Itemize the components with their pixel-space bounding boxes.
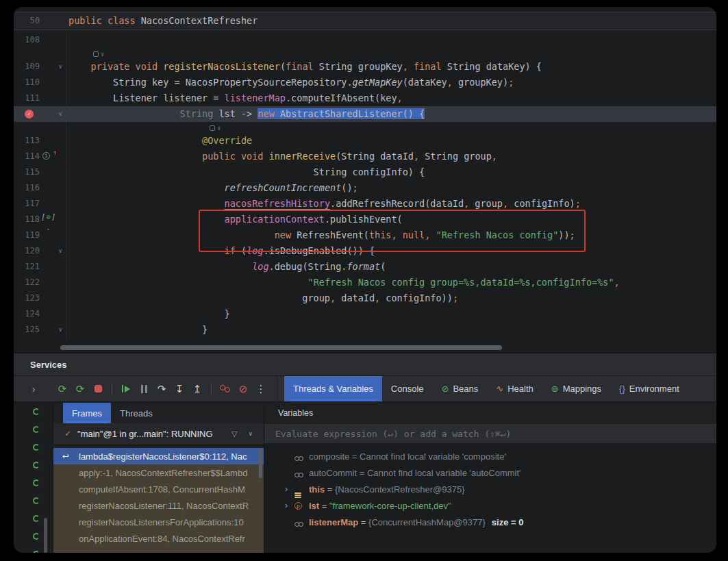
tab-health[interactable]: ∿Health	[487, 376, 542, 401]
sticky-class-header[interactable]: 50public class NacosContextRefresher	[14, 12, 716, 30]
line-number[interactable]: 123	[14, 290, 40, 306]
stack-frame-row[interactable]: ↩lambda$registerNacosListener$0:112, Nac	[53, 448, 264, 464]
line-number[interactable]: 115	[14, 164, 40, 180]
service-node-icon[interactable]	[33, 426, 40, 433]
stack-frame-row[interactable]: onApplicationEvent:84, NacosContextRefr	[53, 530, 264, 547]
code-token: ,	[330, 292, 336, 303]
code-text[interactable]: public void innerReceive(String dataId, …	[66, 149, 497, 164]
code-text[interactable]: String configInfo) {	[66, 164, 425, 180]
code-text[interactable]: group, dataId, configInfo));	[66, 290, 458, 306]
line-number[interactable]: 113	[14, 133, 40, 149]
code-text[interactable]: String key = NacosPropertySourceReposito…	[66, 75, 514, 90]
stack-frame-row[interactable]: computeIfAbsent:1708, ConcurrentHashM	[53, 481, 264, 497]
variable-row[interactable]: composite = Cannot find local variable '…	[264, 448, 716, 464]
code-text[interactable]: refreshCountIncrement();	[66, 180, 358, 196]
frames-scrollbar[interactable]	[259, 449, 262, 478]
view-breakpoints-icon[interactable]	[217, 381, 234, 397]
service-node-icon[interactable]	[33, 462, 40, 469]
chevron-right-icon[interactable]: ›	[285, 501, 288, 510]
service-node-icon[interactable]	[33, 479, 40, 486]
line-number[interactable]: 120	[14, 243, 40, 259]
service-node-icon[interactable]	[33, 497, 40, 504]
code-text[interactable]: String lst -> new AbstractSharedListener…	[66, 106, 425, 122]
code-vision-icon[interactable]: ∨	[93, 49, 104, 60]
step-out-icon[interactable]: ↥	[189, 381, 205, 397]
line-number[interactable]: 118	[14, 212, 40, 227]
service-node-icon[interactable]	[33, 444, 40, 451]
code-text[interactable]: Listener listener = listenerMap.computeI…	[66, 90, 403, 106]
code-text[interactable]: ∨	[66, 48, 104, 59]
code-text[interactable]: nacosRefreshHistory.addRefreshRecord(dat…	[66, 196, 581, 212]
code-vision-icon[interactable]: ∨	[210, 123, 221, 134]
code-text[interactable]: ∨	[66, 122, 221, 133]
pause-icon[interactable]	[136, 381, 152, 397]
filter-frames-icon[interactable]: ▽	[231, 429, 237, 438]
code-text[interactable]: log.debug(String.format(	[66, 259, 386, 275]
tab-environment[interactable]: {}Environment	[610, 376, 688, 401]
line-number[interactable]: 108	[14, 32, 40, 48]
line-number[interactable]: 116	[14, 180, 40, 196]
code-text[interactable]: @Override	[66, 133, 252, 149]
line-number[interactable]: 119	[14, 227, 40, 243]
evaluate-expression-input[interactable]: Evaluate expression (↵) or add a watch (…	[264, 423, 716, 444]
publish-event-gutter-icon[interactable]: [⊘]▴	[41, 212, 55, 221]
code-text[interactable]: new RefreshEvent(this, null, "Refresh Na…	[66, 227, 575, 243]
tab-mappings[interactable]: ⊚Mappings	[542, 376, 610, 401]
line-number[interactable]: 124	[14, 306, 40, 322]
line-number[interactable]: 110	[14, 75, 40, 90]
service-node-icon[interactable]	[33, 533, 40, 540]
thread-selector[interactable]: ✓ "main"@1 in gr...main": RUNNING ▽ ∨	[53, 423, 264, 444]
fold-chevron-icon[interactable]: ∨	[59, 322, 62, 338]
expand-services-tree-button[interactable]: ›	[14, 384, 53, 395]
step-into-icon[interactable]: ↧	[171, 381, 188, 397]
services-tree-scrollbar[interactable]	[44, 518, 47, 553]
service-node-icon[interactable]	[33, 408, 40, 415]
variable-row[interactable]: ›this = {NacosContextRefresher@9375}	[264, 481, 716, 497]
fold-chevron-icon[interactable]: ∨	[59, 106, 62, 122]
tab-console[interactable]: Console	[382, 376, 433, 401]
code-text[interactable]: applicationContext.publishEvent(	[66, 212, 403, 227]
tab-threads[interactable]: Threads	[111, 403, 162, 423]
stop-icon[interactable]	[90, 381, 106, 397]
line-number[interactable]: 117	[14, 196, 40, 212]
line-number[interactable]: 122	[14, 275, 40, 290]
chevron-right-icon[interactable]: ›	[285, 484, 288, 494]
line-number[interactable]: 121	[14, 259, 40, 275]
resume-icon[interactable]	[118, 381, 134, 397]
more-icon[interactable]: ⋮	[253, 381, 269, 397]
rerun-icon[interactable]: ⟳	[54, 381, 71, 397]
code-text[interactable]: private void registerNacosListener(final…	[66, 59, 542, 75]
line-number[interactable]: 109	[14, 59, 40, 75]
fold-chevron-icon[interactable]: ∨	[59, 59, 62, 75]
code-text[interactable]	[66, 32, 68, 48]
line-number[interactable]: 114	[14, 149, 40, 164]
code-text[interactable]: public class NacosContextRefresher	[66, 12, 258, 29]
variable-row[interactable]: autoCommit = Cannot find local variable …	[264, 464, 716, 481]
tab-beans[interactable]: ⊘Beans	[433, 376, 488, 401]
variable-row[interactable]: listenerMap = {ConcurrentHashMap@9377}si…	[264, 514, 716, 530]
service-node-icon[interactable]	[33, 515, 40, 522]
step-over-icon[interactable]: ↷	[153, 381, 170, 397]
line-number[interactable]: 125	[14, 322, 40, 338]
stack-frame-row[interactable]: apply:-1, NacosContextRefresher$$Lambd	[53, 464, 264, 481]
stack-frame-row[interactable]: registerNacosListener:111, NacosContextR	[53, 497, 264, 514]
service-node-icon[interactable]	[33, 551, 40, 553]
override-method-icon[interactable]: i↑	[42, 151, 58, 161]
mute-breakpoints-icon[interactable]: ⊘	[235, 381, 251, 397]
code-text[interactable]: }	[66, 306, 230, 322]
tab-frames[interactable]: Frames	[63, 403, 111, 423]
code-text[interactable]: "Refresh Nacos config group=%s,dataId=%s…	[66, 275, 620, 290]
rerun-debug-icon[interactable]: ⟳	[72, 381, 88, 397]
chevron-down-icon[interactable]: ∨	[248, 430, 253, 437]
variable-row[interactable]: ›plst = "framework-core-up-client,dev"	[264, 497, 716, 514]
code-text[interactable]: if (log.isDebugEnabled()) {	[66, 243, 375, 259]
line-number[interactable]: 111	[14, 90, 40, 106]
tab-threads-variables[interactable]: Threads & Variables	[284, 376, 382, 401]
code-text[interactable]: }	[66, 322, 208, 338]
code-token: String group	[419, 151, 492, 162]
fold-chevron-icon[interactable]: ∨	[59, 243, 62, 259]
stack-frame-row[interactable]: registerNacosListenersForApplications:10	[53, 514, 264, 530]
breakpoint-icon[interactable]: ✓	[25, 110, 34, 119]
horizontal-scrollbar[interactable]	[60, 345, 502, 350]
line-number[interactable]: 50	[14, 12, 40, 29]
